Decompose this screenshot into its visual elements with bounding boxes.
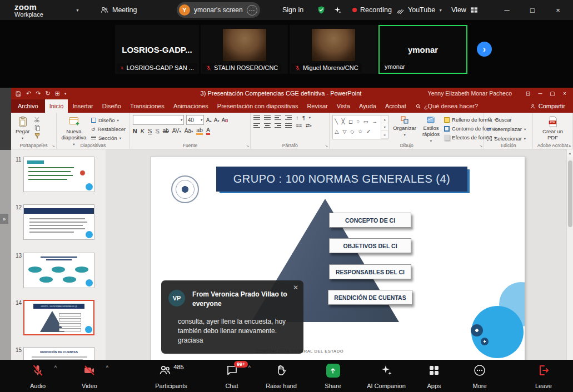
ppt-account-name[interactable]: Yenny Elizabeth Monar Pacheco: [428, 88, 512, 99]
participant-tile[interactable]: Miguel Moreno/CNC: [290, 25, 377, 74]
sign-in-button[interactable]: Sign in: [282, 0, 303, 20]
tell-me-search[interactable]: ¿Qué desea hacer?: [411, 99, 482, 113]
slide-thumbnail-14-selected[interactable]: GRUPO : 100 NORMAS GENERALES (4): [23, 300, 94, 335]
scrollbar-thumb[interactable]: [568, 160, 572, 227]
section-button[interactable]: Sección▾: [91, 135, 126, 141]
share-button[interactable]: Share: [311, 360, 355, 392]
tab-acrobat[interactable]: Acrobat: [381, 99, 411, 113]
align-right-icon[interactable]: [275, 123, 281, 128]
smartart-convert-icon[interactable]: ⇄▾: [306, 123, 312, 128]
tab-diseno[interactable]: Diseño: [98, 99, 126, 113]
increase-indent-icon[interactable]: [285, 115, 292, 120]
tab-vista[interactable]: Vista: [332, 99, 355, 113]
refresh-icon[interactable]: ↻: [45, 90, 50, 97]
format-painter-icon[interactable]: [34, 133, 41, 139]
next-participants-button[interactable]: ›: [477, 42, 492, 57]
chat-options-chevron-icon[interactable]: ^: [248, 365, 251, 370]
tab-meeting[interactable]: Meeting: [100, 0, 137, 20]
raise-hand-button[interactable]: Raise hand: [256, 360, 306, 392]
quick-styles-button[interactable]: Estilos rápidos▾: [421, 115, 441, 143]
chat-notification-popup[interactable]: VP From Veronica Prado Villao to everyon…: [161, 280, 303, 354]
tab-transiciones[interactable]: Transiciones: [126, 99, 169, 113]
shadow-button[interactable]: S: [155, 128, 159, 134]
create-pdf-button[interactable]: PDF Crear un PDF: [537, 115, 569, 142]
strikethrough-button[interactable]: ab: [163, 128, 169, 134]
character-spacing-button[interactable]: AV▾: [172, 128, 181, 134]
workspace-chevron-icon[interactable]: ▼: [76, 0, 79, 20]
screen-share-pill[interactable]: Y ymonar's screen ⋯: [177, 2, 260, 18]
font-dialog-launcher-icon[interactable]: ↘: [246, 144, 250, 148]
tab-revisar[interactable]: Revisar: [302, 99, 332, 113]
tab-archivo[interactable]: Archivo: [11, 99, 45, 113]
change-case-button[interactable]: Aa▾: [185, 128, 193, 134]
ppt-close-button[interactable]: ×: [556, 88, 573, 99]
arrange-button[interactable]: Organizar▾: [391, 115, 418, 137]
shrink-font-button[interactable]: A▾: [214, 117, 220, 123]
chat-button[interactable]: 99+ ^ Chat: [210, 360, 254, 392]
bold-button[interactable]: N: [133, 128, 137, 134]
participant-tile-active-speaker[interactable]: ymonar ymonar: [378, 25, 467, 74]
drawing-dialog-launcher-icon[interactable]: ↘: [479, 144, 482, 148]
layout-button[interactable]: Diseño▾: [91, 117, 126, 123]
find-button[interactable]: Buscar: [487, 117, 526, 123]
customize-qat-chevron-icon[interactable]: ▾: [64, 92, 66, 96]
pill-more-button[interactable]: ⋯: [247, 5, 257, 16]
ai-companion-button[interactable]: AI Companion: [358, 360, 414, 392]
tab-presentacion[interactable]: Presentación con diapositivas: [213, 99, 303, 113]
align-left-icon[interactable]: [253, 123, 260, 128]
paste-button[interactable]: Pegar▾: [14, 115, 31, 140]
shapes-gallery[interactable]: ╲ ╳ ◻ ○ ▭ → △ ▽ ◇ ☆ ✓ ◻: [332, 115, 381, 139]
underline-button[interactable]: S: [148, 128, 152, 134]
window-minimize-button[interactable]: ─: [497, 0, 517, 20]
italic-button[interactable]: K: [141, 128, 145, 134]
scroll-up-arrow-icon[interactable]: ▲: [567, 149, 573, 157]
copy-icon[interactable]: [34, 124, 41, 131]
collapse-ribbon-icon[interactable]: ▴: [569, 143, 571, 148]
numbering-icon[interactable]: [264, 115, 271, 120]
window-maximize-button[interactable]: □: [522, 0, 542, 20]
align-center-icon[interactable]: [264, 123, 271, 128]
undo-icon[interactable]: ↶: [26, 90, 31, 97]
text-direction-icon[interactable]: ¶: [302, 115, 305, 120]
expand-panel-button[interactable]: »: [0, 214, 8, 224]
more-button[interactable]: More: [457, 360, 502, 392]
select-button[interactable]: Seleccionar▾: [487, 135, 526, 142]
slide-thumbnail-12[interactable]: [23, 204, 94, 240]
bullets-icon[interactable]: [253, 115, 260, 120]
slide-thumbnail-13[interactable]: [23, 253, 94, 288]
youtube-live-menu[interactable]: YouTube ▼: [396, 0, 442, 20]
clipboard-dialog-launcher-icon[interactable]: ↘: [52, 144, 55, 148]
save-icon[interactable]: [15, 91, 22, 97]
clear-formatting-button[interactable]: A: [222, 117, 228, 123]
audio-options-chevron-icon[interactable]: ^: [54, 365, 57, 370]
audio-button[interactable]: ^ Audio: [16, 360, 60, 392]
view-menu[interactable]: View: [451, 0, 479, 20]
video-button[interactable]: ^ Video: [67, 360, 112, 392]
sparkle-icon[interactable]: [333, 0, 342, 20]
font-name-combo[interactable]: ▾: [133, 115, 184, 125]
close-icon[interactable]: ✕: [293, 284, 298, 292]
replace-button[interactable]: ⇄Reemplazar▾: [487, 126, 526, 132]
new-slide-button[interactable]: Nueva diapositiva▾: [59, 115, 88, 147]
slide-thumbnail-11[interactable]: [23, 157, 94, 192]
font-size-combo[interactable]: 40▾: [186, 115, 204, 125]
tab-insertar[interactable]: Insertar: [68, 99, 97, 113]
cut-icon[interactable]: [34, 116, 41, 123]
slideshow-icon[interactable]: ⊞: [55, 90, 60, 97]
redo-icon[interactable]: ↷: [36, 90, 41, 97]
security-shield-icon[interactable]: [317, 0, 326, 20]
ppt-vertical-scrollbar[interactable]: ▲: [566, 149, 573, 392]
apps-button[interactable]: Apps: [412, 360, 456, 392]
tab-animaciones[interactable]: Animaciones: [169, 99, 213, 113]
leave-button[interactable]: Leave: [521, 360, 566, 392]
reset-button[interactable]: ↺Restablecer: [91, 126, 126, 132]
tab-inicio[interactable]: Inicio: [45, 99, 68, 113]
video-options-chevron-icon[interactable]: ^: [106, 365, 108, 370]
highlight-color-button[interactable]: ab: [196, 127, 203, 135]
font-color-button[interactable]: A: [206, 127, 210, 135]
decrease-indent-icon[interactable]: [275, 115, 281, 120]
tab-ayuda[interactable]: Ayuda: [355, 99, 381, 113]
line-spacing-icon[interactable]: ↕: [296, 115, 298, 120]
columns-icon[interactable]: ≡≡: [296, 123, 302, 128]
paragraph-dialog-launcher-icon[interactable]: ↘: [325, 144, 328, 148]
